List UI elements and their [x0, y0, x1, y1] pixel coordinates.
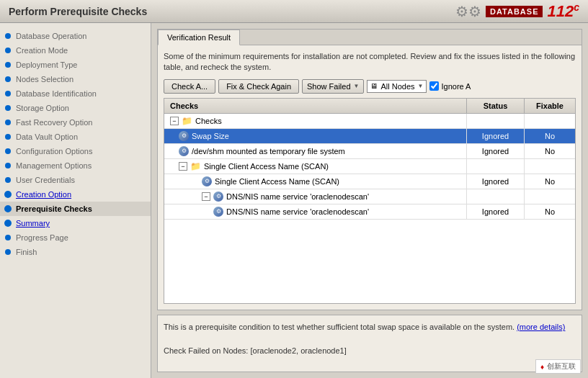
table-row[interactable]: ⚙ Swap Size Ignored No [164, 129, 575, 144]
col-fixable: Fixable [525, 99, 575, 113]
sidebar-label: Database Operation [16, 32, 86, 40]
sidebar-item-creation-mode[interactable]: Creation Mode [0, 43, 151, 58]
ignore-checkbox-container[interactable]: Ignore A [429, 81, 471, 91]
check-gear-icon: ⚙ [213, 207, 223, 217]
sidebar-label: Nodes Selection [16, 75, 74, 84]
checks-cell: ⚙ Single Client Access Name (SCAN) [164, 174, 467, 189]
folder-icon: 📁 [182, 116, 192, 126]
sidebar-item-creation-option[interactable]: Creation Option [0, 187, 151, 202]
check-gear-icon: ⚙ [213, 192, 223, 202]
fixable-cell [525, 114, 575, 128]
verification-panel: Verification Result Some of the minimum … [157, 29, 582, 310]
step-dot [5, 148, 11, 154]
fixable-cell [525, 159, 575, 174]
info-panel: This is a prerequisite condition to test… [157, 315, 582, 372]
version-label: 112c [547, 1, 579, 21]
panel-tabs: Verification Result [158, 30, 582, 45]
table-row[interactable]: ⚙ DNS/NIS name service 'oraclenodescan' … [164, 204, 575, 220]
col-checks: Checks [164, 99, 467, 113]
sidebar-label: User Credentials [16, 176, 75, 184]
table-row[interactable]: − ⚙ DNS/NIS name service 'oraclenodescan… [164, 189, 575, 204]
sidebar-item-finish[interactable]: Finish [0, 245, 151, 259]
header: Perform Prerequisite Checks ⚙⚙ DATABASE … [0, 0, 588, 23]
expand-icon[interactable]: − [179, 162, 187, 171]
sidebar-label: Database Identification [16, 89, 97, 98]
sidebar-label: Progress Page [16, 233, 68, 242]
check-gear-icon: ⚙ [179, 131, 189, 141]
table-row[interactable]: ⚙ Single Client Access Name (SCAN) Ignor… [164, 174, 575, 189]
sidebar-item-storage-option[interactable]: Storage Option [0, 101, 151, 115]
sidebar-item-deployment-type[interactable]: Deployment Type [0, 58, 151, 72]
row-label: Single Client Access Name (SCAN) [215, 177, 339, 186]
logo: ⚙⚙ DATABASE 112c [455, 1, 579, 21]
fixable-cell: No [525, 204, 575, 219]
table-row[interactable]: − 📁 Single Client Access Name (SCAN) [164, 159, 575, 174]
row-label: Swap Size [192, 132, 229, 140]
step-dot [4, 220, 12, 227]
sidebar-label: Creation Mode [16, 46, 68, 55]
check-gear-icon: ⚙ [202, 176, 212, 186]
show-failed-label: Show Failed [307, 82, 351, 91]
sidebar-item-data-vault-option[interactable]: Data Vault Option [0, 130, 151, 144]
sidebar-item-database-operation[interactable]: Database Operation [0, 29, 151, 43]
status-cell: Ignored [467, 129, 525, 143]
watermark-icon: ♦ [540, 363, 544, 371]
step-dot [5, 134, 11, 140]
step-dot [5, 249, 11, 255]
main-layout: Database Operation Creation Mode Deploym… [0, 23, 588, 378]
step-dot [5, 177, 11, 183]
more-details-link[interactable]: (more details) [517, 323, 565, 331]
tab-verification-result[interactable]: Verification Result [158, 30, 240, 45]
nodes-dropdown-arrow: ▼ [418, 83, 424, 89]
sidebar-item-progress-page[interactable]: Progress Page [0, 230, 151, 245]
sidebar-label: Fast Recovery Option [16, 118, 92, 127]
fix-check-again-button[interactable]: Fix & Check Again [218, 79, 299, 94]
table-row[interactable]: ⚙ /dev/shm mounted as temporary file sys… [164, 144, 575, 159]
sidebar-item-database-identification[interactable]: Database Identification [0, 86, 151, 101]
status-cell [467, 114, 525, 128]
page-title: Perform Prerequisite Checks [9, 6, 147, 17]
checks-cell: ⚙ Swap Size [164, 129, 467, 143]
sidebar-item-summary[interactable]: Summary [0, 216, 151, 230]
checks-cell: − 📁 Single Client Access Name (SCAN) [164, 159, 467, 174]
sidebar-item-prerequisite-checks[interactable]: Prerequisite Checks [0, 202, 151, 216]
check-gear-icon: ⚙ [179, 146, 189, 156]
row-label: DNS/NIS name service 'oraclenodescan' [226, 207, 369, 216]
watermark-text: 创新互联 [547, 361, 576, 372]
sidebar-item-user-credentials[interactable]: User Credentials [0, 173, 151, 187]
check-again-button[interactable]: Check A... [164, 79, 215, 94]
row-label: /dev/shm mounted as temporary file syste… [192, 147, 345, 156]
sidebar-label: Storage Option [16, 104, 69, 112]
step-dot [5, 33, 11, 39]
verification-message: Some of the minimum requirements for ins… [164, 51, 576, 73]
info-text: This is a prerequisite condition to test… [164, 323, 514, 331]
folder-icon: 📁 [190, 161, 201, 171]
row-label: DNS/NIS name service 'oraclenodescan' [226, 192, 369, 201]
sidebar-item-nodes-selection[interactable]: Nodes Selection [0, 72, 151, 86]
sidebar-label: Prerequisite Checks [16, 204, 92, 213]
show-failed-dropdown[interactable]: Show Failed ▼ [302, 79, 364, 94]
expand-icon[interactable]: − [202, 192, 210, 201]
step-dot [5, 91, 11, 96]
expand-icon[interactable]: − [170, 117, 179, 125]
status-cell [467, 189, 525, 204]
sidebar-item-fast-recovery-option[interactable]: Fast Recovery Option [0, 115, 151, 130]
sidebar-item-configuration-options[interactable]: Configuration Options [0, 144, 151, 158]
step-dot [5, 120, 11, 125]
tab-label: Verification Result [167, 33, 231, 42]
dropdown-arrow-icon: ▼ [354, 83, 360, 89]
sidebar-label: Finish [16, 248, 37, 256]
table-row[interactable]: − 📁 Checks [164, 114, 575, 129]
sidebar-label: Deployment Type [16, 60, 77, 69]
gear-icon: ⚙⚙ [455, 3, 481, 20]
version-number: 12 [556, 2, 574, 20]
col-status: Status [467, 99, 525, 113]
watermark: ♦ 创新互联 [535, 359, 581, 374]
status-cell [467, 159, 525, 174]
ignore-checkbox-input[interactable] [429, 81, 439, 91]
step-dot [5, 76, 11, 82]
sidebar-item-management-options[interactable]: Management Options [0, 158, 151, 173]
db-label: DATABASE [486, 6, 543, 17]
step-dot [5, 48, 11, 53]
all-nodes-selector[interactable]: 🖥 All Nodes ▼ [367, 80, 427, 93]
